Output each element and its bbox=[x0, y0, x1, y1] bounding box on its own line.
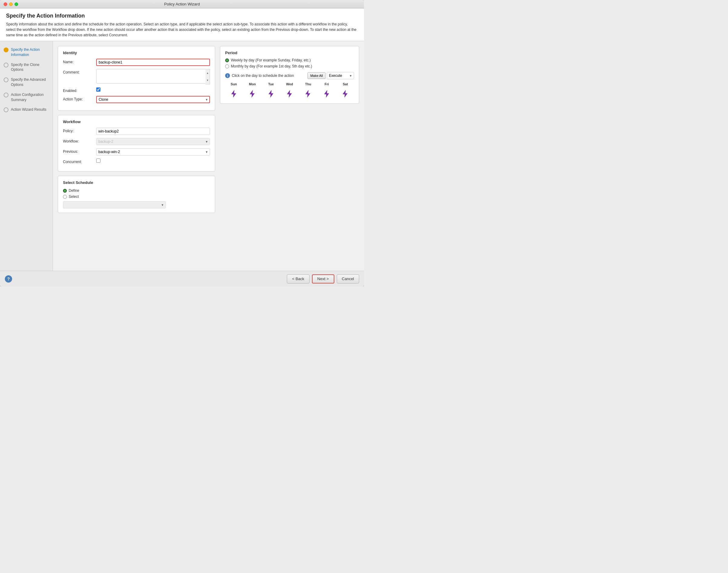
sidebar-label-2: Specify the Clone Options bbox=[11, 62, 49, 72]
day-tue: Tue bbox=[262, 82, 279, 87]
policy-input[interactable] bbox=[96, 128, 210, 135]
help-button[interactable]: ? bbox=[5, 275, 12, 282]
name-field-wrapper bbox=[96, 59, 210, 66]
svg-marker-4 bbox=[306, 90, 310, 97]
close-button[interactable] bbox=[4, 2, 7, 6]
lightning-tue-icon bbox=[267, 90, 275, 98]
step-icon-4 bbox=[4, 93, 8, 97]
comment-row: Comment: ▲ ▼ bbox=[63, 69, 210, 85]
monthly-radio[interactable] bbox=[225, 64, 229, 68]
enabled-label: Enabled: bbox=[63, 88, 96, 93]
scroll-up-icon[interactable]: ▲ bbox=[205, 69, 210, 77]
lightning-sun-icon bbox=[230, 90, 238, 98]
action-type-label: Action Type: bbox=[63, 96, 96, 101]
lightning-thu-icon bbox=[304, 90, 312, 98]
window-title: Policy Action Wizard bbox=[164, 2, 200, 6]
weekly-radio[interactable] bbox=[225, 58, 229, 62]
sidebar-label-5: Action Wizard Results bbox=[11, 107, 46, 112]
day-cell-sun[interactable] bbox=[225, 88, 242, 99]
page-title: Specify the Action Information bbox=[6, 13, 358, 19]
action-type-select[interactable]: Clone Backup Restore Index bbox=[96, 96, 210, 103]
day-fri: Fri bbox=[318, 82, 335, 87]
sidebar-item-clone-options[interactable]: Specify the Clone Options bbox=[0, 60, 53, 75]
back-button[interactable]: < Back bbox=[287, 274, 309, 283]
content-area: ● Specify the Action Information Specify… bbox=[0, 41, 364, 271]
page-description: Specify information about the action and… bbox=[6, 21, 358, 38]
lightning-fri-icon bbox=[322, 90, 331, 98]
lightning-wed-icon bbox=[285, 90, 294, 98]
day-cell-sat[interactable] bbox=[337, 88, 354, 99]
day-wed: Wed bbox=[281, 82, 298, 87]
sidebar-item-config-summary[interactable]: Action Configuration Summary bbox=[0, 90, 53, 105]
workflow-label: Workflow: bbox=[63, 138, 96, 143]
sidebar-label-4: Action Configuration Summary bbox=[11, 92, 49, 103]
svg-marker-5 bbox=[324, 90, 329, 97]
identity-panel: Identity Name: Comment: ▲ bbox=[58, 46, 215, 111]
define-radio[interactable] bbox=[63, 189, 67, 193]
enabled-checkbox[interactable] bbox=[96, 88, 100, 92]
schedule-controls: Make All Execute ▼ bbox=[307, 72, 354, 79]
comment-textarea[interactable] bbox=[96, 69, 210, 84]
day-mon: Mon bbox=[244, 82, 261, 87]
sidebar-item-advanced-options[interactable]: Specify the Advanced Options bbox=[0, 75, 53, 90]
concurrent-label: Concurrent: bbox=[63, 159, 96, 164]
day-sat: Sat bbox=[337, 82, 354, 87]
previous-row: Previous: backup-win-2 None ▼ bbox=[63, 148, 210, 156]
name-input[interactable] bbox=[96, 59, 210, 66]
step-icon-1: ● bbox=[4, 48, 8, 52]
sidebar-item-action-info[interactable]: ● Specify the Action Information bbox=[0, 45, 53, 60]
svg-marker-1 bbox=[250, 90, 255, 97]
maximize-button[interactable] bbox=[14, 2, 18, 6]
step-icon-2 bbox=[4, 63, 8, 67]
select-label: Select bbox=[69, 195, 79, 199]
select-radio[interactable] bbox=[63, 195, 67, 199]
policy-label: Policy: bbox=[63, 128, 96, 133]
step-icon-3 bbox=[4, 77, 8, 82]
define-label: Define bbox=[69, 189, 79, 193]
day-cell-thu[interactable] bbox=[300, 88, 317, 99]
sidebar-item-wizard-results[interactable]: Action Wizard Results bbox=[0, 105, 53, 115]
cancel-button[interactable]: Cancel bbox=[337, 274, 359, 283]
monthly-label: Monthly by day (For example 1st day, 5th… bbox=[231, 64, 312, 68]
day-thu: Thu bbox=[300, 82, 317, 87]
right-panel: Period Weekly by day (For example Sunday… bbox=[220, 46, 359, 266]
select-schedule-panel: Select Schedule Define Select bbox=[58, 176, 215, 213]
execute-select[interactable]: Execute bbox=[327, 72, 354, 79]
make-all-button[interactable]: Make All bbox=[307, 72, 325, 79]
day-sun: Sun bbox=[225, 82, 242, 87]
scroll-down-icon[interactable]: ▼ bbox=[205, 77, 210, 85]
concurrent-checkbox[interactable] bbox=[96, 159, 100, 163]
traffic-lights bbox=[4, 2, 18, 6]
svg-marker-0 bbox=[231, 90, 236, 97]
day-cell-tue[interactable] bbox=[262, 88, 279, 99]
day-cell-wed[interactable] bbox=[281, 88, 298, 99]
footer: ? < Back Next > Cancel bbox=[0, 271, 364, 286]
policy-row: Policy: bbox=[63, 128, 210, 135]
titlebar: Policy Action Wizard bbox=[0, 0, 364, 8]
workflow-select[interactable]: backup-2 bbox=[96, 138, 210, 145]
schedule-select[interactable] bbox=[63, 201, 166, 208]
schedule-info-text: Click on the day to schedule the action bbox=[232, 73, 294, 78]
select-radio-row: Select bbox=[63, 195, 210, 199]
svg-marker-6 bbox=[343, 90, 347, 97]
action-type-row: Action Type: Clone Backup Restore Index … bbox=[63, 96, 210, 103]
lightning-sat-icon bbox=[341, 90, 350, 98]
previous-select[interactable]: backup-win-2 None bbox=[96, 148, 210, 156]
footer-right: < Back Next > Cancel bbox=[287, 274, 359, 283]
minimize-button[interactable] bbox=[9, 2, 13, 6]
concurrent-wrapper bbox=[96, 159, 210, 164]
day-cell-mon[interactable] bbox=[244, 88, 261, 99]
weekly-label: Weekly by day (For example Sunday, Frida… bbox=[231, 58, 311, 62]
next-button[interactable]: Next > bbox=[312, 274, 334, 283]
step-icon-5 bbox=[4, 107, 8, 112]
footer-left: ? bbox=[5, 275, 12, 282]
days-grid: Sun Mon Tue Wed Thu Fri Sat bbox=[225, 82, 354, 99]
monthly-radio-row: Monthly by day (For example 1st day, 5th… bbox=[225, 64, 354, 68]
comment-label: Comment: bbox=[63, 69, 96, 74]
enabled-row: Enabled: bbox=[63, 88, 210, 93]
svg-marker-3 bbox=[287, 90, 292, 97]
name-row: Name: bbox=[63, 59, 210, 66]
day-cell-fri[interactable] bbox=[318, 88, 335, 99]
enabled-wrapper bbox=[96, 88, 210, 93]
name-label: Name: bbox=[63, 59, 96, 64]
